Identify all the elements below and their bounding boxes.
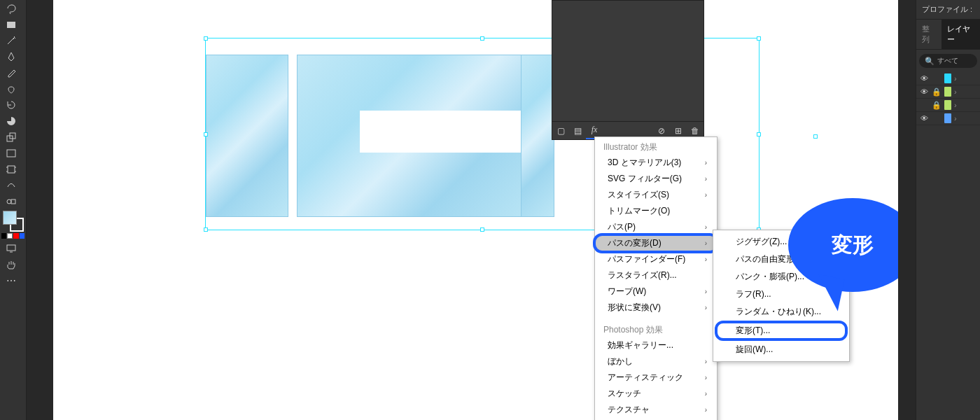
tool-rotate[interactable]: [1, 97, 21, 113]
tool-blob[interactable]: [1, 80, 21, 97]
layer-row[interactable]: 👁🔒›: [916, 85, 980, 99]
chevron-right-icon: ›: [954, 114, 957, 122]
chevron-right-icon: ›: [954, 74, 957, 83]
eye-icon[interactable]: 👁: [919, 74, 929, 83]
handle-mt[interactable]: [480, 36, 484, 41]
menu-rasterize[interactable]: ラスタライズ(R)...: [595, 267, 717, 284]
tool-shaper[interactable]: [1, 177, 21, 193]
tool-pie[interactable]: [1, 113, 21, 129]
chevron-right-icon: ›: [705, 255, 707, 263]
menu-3d-material[interactable]: 3D とマテリアル(3)›: [595, 155, 717, 171]
chevron-right-icon: ›: [705, 288, 707, 295]
color-row[interactable]: [1, 233, 24, 239]
search-icon: 🔍: [925, 57, 934, 66]
menu-path[interactable]: パス(P)›: [595, 219, 717, 235]
lock-icon[interactable]: 🔒: [932, 101, 941, 110]
eye-icon[interactable]: 👁: [919, 114, 929, 122]
submenu-twist[interactable]: 旋回(W)...: [713, 341, 849, 358]
handle-mr[interactable]: [757, 132, 761, 136]
annotation-text: 変形: [832, 231, 874, 260]
chevron-right-icon: ›: [705, 175, 707, 183]
menu-header-photoshop: Photoshop 効果: [595, 320, 717, 337]
right-panel: プロファイル : 整列 レイヤー 🔍 すべて 👁› 👁🔒› 🔒› 👁›: [916, 0, 980, 420]
menu-header-illustrator: Illustrator 効果: [595, 137, 717, 155]
right-dark-strip: [898, 0, 916, 420]
handle-tr[interactable]: [757, 36, 761, 41]
search-placeholder: すべて: [937, 56, 958, 66]
left-dark-strip: [27, 0, 53, 420]
chevron-right-icon: ›: [954, 88, 957, 96]
chevron-right-icon: ›: [705, 223, 707, 231]
menu-pathfinder[interactable]: パスファインダー(F)›: [595, 251, 717, 267]
panel-icon-stack[interactable]: ▤: [569, 122, 586, 139]
panel-icon-box[interactable]: ▢: [552, 122, 569, 139]
chevron-right-icon: ›: [705, 406, 707, 414]
menu-blur[interactable]: ぼかし›: [595, 354, 717, 370]
menu-trim-marks[interactable]: トリムマーク(O): [595, 203, 717, 219]
handle-mb[interactable]: [480, 227, 484, 232]
tab-align[interactable]: 整列: [916, 20, 941, 49]
menu-texture[interactable]: テクスチャ›: [595, 402, 717, 418]
menu-svg-filter[interactable]: SVG フィルター(G)›: [595, 171, 717, 187]
right-tabs: 整列 レイヤー: [916, 20, 980, 50]
handle-tl[interactable]: [204, 36, 208, 41]
handle-bl[interactable]: [204, 227, 208, 232]
chevron-right-icon: ›: [705, 304, 707, 312]
menu-distort-transform[interactable]: パスの変形(D)›: [595, 235, 717, 251]
menu-convert-shape[interactable]: 形状に変換(V)›: [595, 300, 717, 316]
submenu-transform[interactable]: 変形(T)...: [716, 322, 846, 340]
chevron-right-icon: ›: [954, 101, 957, 109]
tool-screen[interactable]: [1, 240, 21, 256]
chevron-right-icon: ›: [705, 239, 707, 247]
svg-rect-7: [7, 245, 15, 251]
tool-blend[interactable]: [1, 193, 21, 209]
tool-pen[interactable]: [1, 48, 21, 64]
profile-label: プロファイル :: [916, 0, 980, 20]
tool-rect2[interactable]: [1, 145, 21, 161]
tool-artboard[interactable]: [1, 161, 21, 177]
layer-row[interactable]: 👁›: [916, 112, 980, 125]
layer-row[interactable]: 👁›: [916, 72, 980, 85]
tool-lasso[interactable]: [1, 0, 21, 16]
appearance-panel[interactable]: ▢ ▤ fx ⊘ ⊞ 🗑: [552, 0, 704, 140]
handle-ext-right[interactable]: [813, 134, 818, 139]
menu-stylize[interactable]: スタイライズ(S)›: [595, 187, 717, 203]
svg-rect-3: [7, 150, 15, 157]
fill-stroke-swatch[interactable]: [3, 211, 24, 232]
toolbox: ⋯: [0, 0, 27, 420]
svg-rect-4: [8, 166, 15, 173]
menu-artistic[interactable]: アーティスティック›: [595, 370, 717, 386]
chevron-right-icon: ›: [705, 159, 707, 167]
chevron-right-icon: ›: [705, 390, 707, 398]
svg-rect-6: [11, 200, 15, 204]
tool-more[interactable]: ⋯: [1, 272, 21, 288]
tool-scale[interactable]: [1, 129, 21, 145]
menu-sketch[interactable]: スケッチ›: [595, 386, 717, 402]
fx-menu[interactable]: Illustrator 効果 3D とマテリアル(3)› SVG フィルター(G…: [594, 136, 718, 420]
chevron-right-icon: ›: [705, 374, 707, 382]
chevron-right-icon: ›: [705, 358, 707, 365]
lock-icon[interactable]: 🔒: [932, 88, 941, 97]
svg-point-5: [7, 200, 11, 204]
svg-rect-0: [7, 22, 15, 28]
chevron-right-icon: ›: [705, 191, 707, 199]
handle-ml[interactable]: [204, 132, 208, 136]
tool-hand[interactable]: [1, 256, 21, 272]
tool-wand[interactable]: [1, 32, 21, 48]
menu-warp[interactable]: ワープ(W)›: [595, 284, 717, 300]
tool-rect[interactable]: [1, 16, 21, 32]
eye-icon[interactable]: 👁: [919, 88, 929, 96]
menu-effect-gallery[interactable]: 効果ギャラリー...: [595, 337, 717, 354]
tab-layers[interactable]: レイヤー: [941, 20, 980, 49]
layer-row[interactable]: 🔒›: [916, 99, 980, 112]
tool-eyedrop[interactable]: [1, 64, 21, 80]
layer-search[interactable]: 🔍 すべて: [919, 54, 977, 68]
